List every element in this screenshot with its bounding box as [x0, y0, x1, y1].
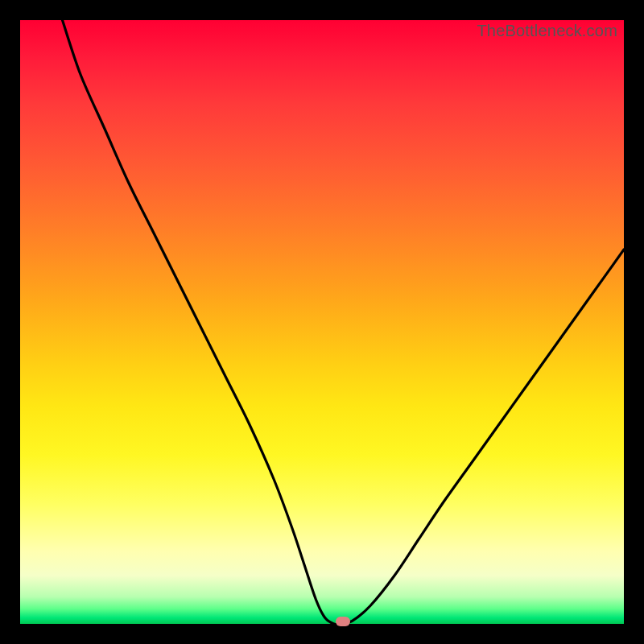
plot-area: TheBottleneck.com: [20, 20, 624, 624]
bottleneck-curve: [20, 20, 624, 624]
optimal-point-marker: [336, 617, 350, 626]
curve-path: [63, 20, 625, 624]
chart-frame: TheBottleneck.com: [0, 0, 644, 644]
